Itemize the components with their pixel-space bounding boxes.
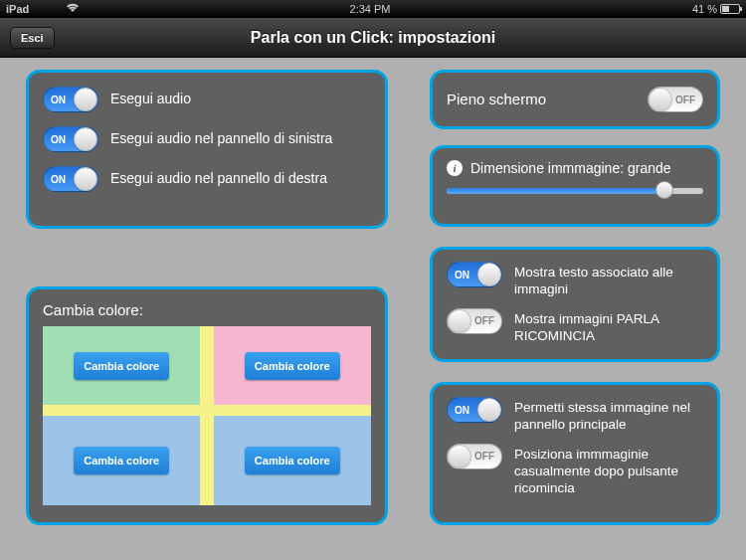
label-show-1: Mostra immagini PARLA RICOMINCIA <box>514 308 703 345</box>
battery-icon <box>720 4 740 14</box>
color-divider-c <box>200 405 213 416</box>
wifi-icon <box>66 3 80 15</box>
color-divider-h1 <box>43 405 200 416</box>
toggle-show-1[interactable]: OFF <box>447 308 502 334</box>
slider-image-size[interactable] <box>447 186 703 194</box>
label-image-size: Dimensione immmagine: grande <box>470 160 671 176</box>
label-pos-0: Permetti stessa immagine nel pannello pr… <box>514 397 703 434</box>
label-pos-1: Posiziona immmaginie casualmente dopo pu… <box>514 444 703 497</box>
color-cell-bottom: Cambia colore Cambia colore <box>43 416 371 505</box>
toggle-audio-0[interactable]: ON <box>43 87 98 112</box>
page-title: Parla con un Click: impostazioni <box>0 29 746 47</box>
toggle-pos-0[interactable]: ON <box>447 397 502 423</box>
panel-fullscreen: Pieno schermo OFF <box>430 70 720 129</box>
device-label: iPad <box>6 3 66 15</box>
label-audio-1: Esegui audio nel pannello di sinistra <box>110 130 371 148</box>
exit-button[interactable]: Esci <box>10 27 55 49</box>
color-button-3[interactable]: Cambia colore <box>74 447 169 474</box>
row-audio-2: ON Esegui audio nel pannello di destra <box>43 164 371 194</box>
panel-color: Cambia colore: Cambia colore Cambia colo… <box>26 286 388 525</box>
battery-pct: 41 % <box>692 3 717 15</box>
color-cell-top-left: Cambia colore <box>43 326 200 405</box>
panel-position: ON Permetti stessa immagine nel pannello… <box>430 382 720 525</box>
panel-show: ON Mostra testo associato alle immagini … <box>430 247 720 362</box>
status-bar: iPad 2:34 PM 41 % <box>0 0 746 18</box>
row-audio-0: ON Esegui audio <box>43 85 371 114</box>
label-audio-0: Esegui audio <box>110 91 371 108</box>
toggle-audio-1[interactable]: ON <box>43 126 98 152</box>
nav-bar: Esci Parla con un Click: impostazioni <box>0 18 746 58</box>
row-audio-1: ON Esegui audio nel pannello di sinistra <box>43 124 371 154</box>
toggle-show-0[interactable]: ON <box>447 262 502 287</box>
panel-audio: ON Esegui audio ON Esegui audio nel pann… <box>26 70 388 229</box>
color-grid: Cambia colore Cambia colore Cambia color… <box>43 326 371 505</box>
color-divider-v <box>200 326 213 405</box>
panel-image-size: i Dimensione immmagine: grande <box>430 145 720 227</box>
toggle-pos-1[interactable]: OFF <box>447 444 502 469</box>
toggle-fullscreen[interactable]: OFF <box>648 87 703 112</box>
toggle-audio-2[interactable]: ON <box>43 166 98 192</box>
status-right: 41 % <box>660 3 740 15</box>
info-icon[interactable]: i <box>447 160 463 176</box>
row-pos-0: ON Permetti stessa immagine nel pannello… <box>447 397 703 434</box>
slider-thumb[interactable] <box>655 181 673 199</box>
color-divider-h2 <box>214 405 371 416</box>
color-button-1[interactable]: Cambia colore <box>74 352 169 380</box>
status-time: 2:34 PM <box>80 3 660 15</box>
color-cell-top-right: Cambia colore <box>214 326 371 405</box>
color-button-4[interactable]: Cambia colore <box>245 447 340 474</box>
row-show-0: ON Mostra testo associato alle immagini <box>447 262 703 298</box>
label-show-0: Mostra testo associato alle immagini <box>514 262 703 298</box>
color-title: Cambia colore: <box>43 301 371 318</box>
label-fullscreen: Pieno schermo <box>447 91 636 109</box>
label-audio-2: Esegui audio nel pannello di destra <box>110 170 371 188</box>
color-button-2[interactable]: Cambia colore <box>245 352 340 380</box>
row-pos-1: OFF Posiziona immmaginie casualmente dop… <box>447 444 703 497</box>
row-show-1: OFF Mostra immagini PARLA RICOMINCIA <box>447 308 703 345</box>
content: ON Esegui audio ON Esegui audio nel pann… <box>0 58 746 560</box>
